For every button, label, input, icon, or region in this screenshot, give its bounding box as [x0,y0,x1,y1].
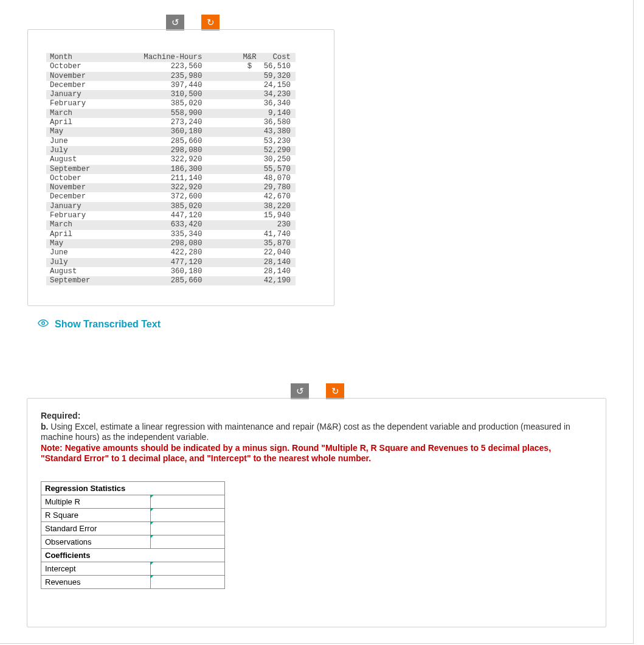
table-row: January385,02038,220 [46,202,296,211]
cell-hours: 223,560 [141,62,207,71]
cell-month: June [46,248,141,257]
table-row: March633,420230 [46,220,296,229]
cell-sym [207,109,257,118]
table-row: December397,44024,150 [46,81,296,90]
rotate-cw-button[interactable]: ↻ [201,15,220,30]
cell-hours: 211,140 [141,174,207,183]
table-row: April335,34041,740 [46,230,296,239]
table-row: June422,28022,040 [46,248,296,257]
cell-cost: 41,740 [258,230,296,239]
cell-hours: 298,080 [141,239,207,248]
cell-sym [207,267,257,276]
data-table: MonthMachine-HoursM&RCostOctober223,560$… [46,53,296,285]
cell-month: April [46,230,141,239]
cell-sym [207,230,257,239]
cell-sym [207,211,257,220]
cell-sym [207,99,257,108]
table-row: October223,560$ 56,510 [46,62,296,71]
standard-error-label: Standard Error [41,521,151,535]
coefficients-header: Coefficients [41,548,225,562]
cell-sym [207,239,257,248]
cell-hours: 285,660 [141,276,207,285]
r-square-input[interactable] [151,508,225,521]
cell-hours: 447,120 [141,211,207,220]
cell-hours: 397,440 [141,81,207,90]
table-row: Revenues [41,575,225,588]
cell-cost: 55,570 [258,165,296,174]
cell-cost: 36,580 [258,118,296,127]
observations-label: Observations [41,535,151,548]
table-row: August360,18028,140 [46,267,296,276]
cell-hours: 360,180 [141,127,207,136]
cell-hours: 273,240 [141,118,207,127]
cell-cost: 53,230 [258,137,296,146]
table-row: Multiple R [41,495,225,508]
cell-month: March [46,220,141,229]
cell-hours: 298,080 [141,146,207,155]
header-mr: M&R [207,53,257,62]
table-row: June285,66053,230 [46,137,296,146]
table-row: May360,18043,380 [46,127,296,136]
cell-hours: 322,920 [141,155,207,164]
r-square-label: R Square [41,508,151,521]
cell-month: May [46,239,141,248]
regression-statistics-header: Regression Statistics [41,481,225,495]
table-row: March558,9009,140 [46,109,296,118]
cell-sym [207,81,257,90]
table-row: May298,08035,870 [46,239,296,248]
cell-sym [207,258,257,267]
regression-table: Regression Statistics Multiple R R Squar… [41,481,225,589]
cell-hours: 372,600 [141,192,207,201]
cell-cost: 36,340 [258,99,296,108]
cell-cost: 52,290 [258,146,296,155]
cell-month: June [46,137,141,146]
cell-cost: 24,150 [258,81,296,90]
multiple-r-input[interactable] [151,495,225,508]
cell-hours: 285,660 [141,137,207,146]
cell-sym [207,72,257,81]
cell-sym [207,118,257,127]
table-row: Observations [41,535,225,548]
cell-sym [207,248,257,257]
question-text: Required: b. Using Excel, estimate a lin… [41,411,592,464]
standard-error-input[interactable] [151,521,225,535]
observations-input[interactable] [151,535,225,548]
table-row: November322,92029,780 [46,183,296,192]
cell-month: January [46,202,141,211]
cell-hours: 322,920 [141,183,207,192]
header-hours: Machine-Hours [141,53,207,62]
cell-cost: 48,070 [258,174,296,183]
cell-hours: 422,280 [141,248,207,257]
cell-cost: 59,320 [258,72,296,81]
cell-sym: $ [207,62,257,71]
table-row: February385,02036,340 [46,99,296,108]
intercept-input[interactable] [151,562,225,575]
table-row: July298,08052,290 [46,146,296,155]
cell-month: March [46,109,141,118]
cell-month: October [46,174,141,183]
rotate-ccw-button-2[interactable]: ↺ [291,383,309,399]
cell-cost: 230 [258,220,296,229]
cell-month: August [46,155,141,164]
cell-sym [207,165,257,174]
cell-cost: 30,250 [258,155,296,164]
revenues-label: Revenues [41,575,151,588]
table-row: Standard Error [41,521,225,535]
revenues-input[interactable] [151,575,225,588]
question-note: Note: Negative amounts should be indicat… [41,443,592,464]
table-row: October211,14048,070 [46,174,296,183]
table-header-row: MonthMachine-HoursM&RCost [46,53,296,62]
cell-sym [207,192,257,201]
rotate-ccw-button[interactable]: ↺ [166,15,184,30]
table-row: R Square [41,508,225,521]
cell-cost: 28,140 [258,267,296,276]
cell-cost: 42,670 [258,192,296,201]
show-transcribed-link[interactable]: Show Transcribed Text [38,318,161,331]
cell-hours: 335,340 [141,230,207,239]
table-row: August322,92030,250 [46,155,296,164]
cell-cost: 22,040 [258,248,296,257]
rotate-cw-button-2[interactable]: ↻ [326,383,344,399]
cell-sym [207,220,257,229]
multiple-r-label: Multiple R [41,495,151,508]
table-row: January310,50034,230 [46,90,296,99]
